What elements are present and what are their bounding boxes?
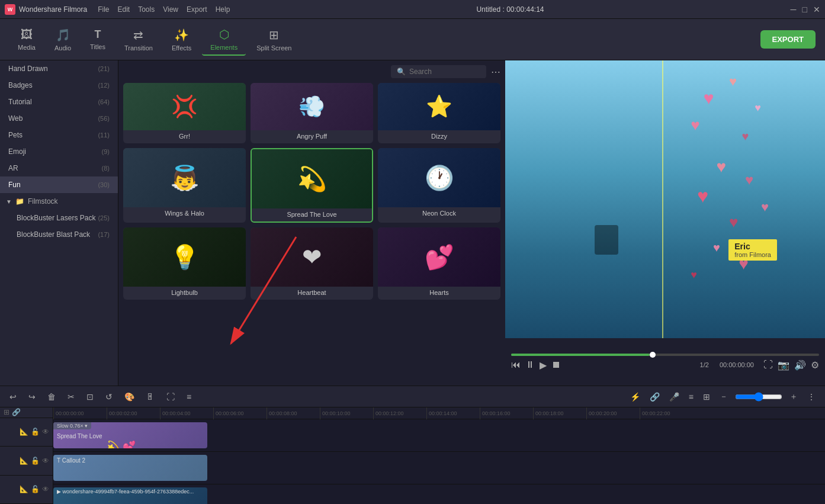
element-card-hearts[interactable]: 💕 Hearts <box>378 227 500 300</box>
sidebar-section-filmstock[interactable]: ▼ 📁 Filmstock <box>0 193 118 210</box>
sidebar-count-blast: (17) <box>98 231 110 238</box>
sidebar-item-fun[interactable]: Fun (30) <box>0 176 118 193</box>
sidebar-item-emoji[interactable]: Emoji (9) <box>0 143 118 160</box>
timeline-mic[interactable]: 🎤 <box>667 391 682 403</box>
close-button[interactable]: ✕ <box>813 5 820 14</box>
element-card-grr[interactable]: 💢 Grr! <box>123 83 246 143</box>
timeline-caption[interactable]: ⊞ <box>701 391 712 403</box>
maximize-button[interactable]: □ <box>802 5 807 14</box>
track-video-eye-icon[interactable]: 👁 <box>42 485 49 493</box>
sidebar-item-web[interactable]: Web (56) <box>0 110 118 127</box>
window-title: Untitled : 00:00:44:14 <box>476 5 544 14</box>
sidebar-item-pets[interactable]: Pets (11) <box>0 127 118 143</box>
search-input[interactable] <box>409 68 480 76</box>
track-body-video[interactable]: ▶ wondershare-49994fb7-feea-459b-954f-27… <box>53 484 825 504</box>
timeline-zoom-slider[interactable] <box>735 392 782 402</box>
element-card-spread-love[interactable]: 💫 Spread The Love <box>251 148 373 223</box>
track-title-lock-icon[interactable]: 🔓 <box>31 457 40 465</box>
element-card-lightbulb[interactable]: 💡 Lightbulb <box>123 227 246 300</box>
preview-skip-back[interactable]: ⏮ <box>511 359 521 370</box>
progress-thumb[interactable] <box>650 352 656 358</box>
toolbar-audio[interactable]: 🎵 Audio <box>46 24 79 55</box>
element-label-hearts: Hearts <box>378 287 500 300</box>
sidebar-item-tutorial[interactable]: Tutorial (64) <box>0 94 118 110</box>
volume-button[interactable]: 🔊 <box>794 359 806 371</box>
track-body-element[interactable]: Slow 0.76× ▾ Spread The Love 💫 💕 <box>53 419 825 451</box>
menu-export[interactable]: Export <box>187 5 207 14</box>
timeline-cut[interactable]: ✂ <box>65 391 77 403</box>
timeline-subtitle[interactable]: ≡ <box>686 391 696 403</box>
track-controls-video: 📐 🔓 👁 <box>0 476 53 504</box>
link-track-icon[interactable]: 🔗 <box>12 408 21 416</box>
sidebar-item-hand-drawn[interactable]: Hand Drawn (21) <box>0 60 118 77</box>
search-box[interactable]: 🔍 <box>391 65 486 78</box>
track-video-resolution-icon[interactable]: 📐 <box>20 485 28 493</box>
timeline-rotate[interactable]: ↺ <box>103 391 115 403</box>
timeline-audio-adjust[interactable]: 🎚 <box>144 391 157 403</box>
fullscreen-button[interactable]: ⛶ <box>763 359 773 371</box>
timeline-more[interactable]: ⋮ <box>805 391 818 403</box>
track-element-lock-icon[interactable]: 🔓 <box>31 428 40 436</box>
export-button[interactable]: EXPORT <box>760 30 816 49</box>
timeline-delete[interactable]: 🗑 <box>45 391 58 403</box>
timeline-link[interactable]: 🔗 <box>647 391 662 403</box>
track-row-element: Slow 0.76× ▾ Spread The Love 💫 💕 <box>53 419 825 452</box>
preview-skip-forward[interactable]: ▶ <box>540 359 547 371</box>
toolbar-elements[interactable]: ⬡ Elements <box>202 24 246 56</box>
clip-spread-love[interactable]: Slow 0.76× ▾ Spread The Love 💫 💕 <box>53 422 207 448</box>
track-title-eye-icon[interactable]: 👁 <box>42 457 49 465</box>
track-element-resolution-icon[interactable]: 📐 <box>20 428 28 436</box>
timeline-fullscreen[interactable]: ⛶ <box>164 391 177 403</box>
timeline-redo[interactable]: ↪ <box>26 391 38 403</box>
toolbar-titles[interactable]: T Titles <box>82 25 114 54</box>
menu-view[interactable]: View <box>163 5 178 14</box>
toolbar-effects[interactable]: ✨ Effects <box>163 24 200 55</box>
effects-label: Effects <box>172 44 191 52</box>
element-label-wings-halo: Wings & Halo <box>123 207 246 220</box>
clip-video[interactable]: ▶ wondershare-49994fb7-feea-459b-954f-27… <box>53 487 207 504</box>
track-video-lock-icon[interactable]: 🔓 <box>31 485 40 493</box>
menu-edit[interactable]: Edit <box>118 5 130 14</box>
sidebar-item-badges[interactable]: Badges (12) <box>0 77 118 94</box>
menu-help[interactable]: Help <box>216 5 230 14</box>
minimize-button[interactable]: ─ <box>791 5 797 14</box>
timeline-filter[interactable]: ≡ <box>184 391 194 403</box>
track-body-title[interactable]: T Callout 2 <box>53 452 825 484</box>
ruler-20: 00:00:20:00 <box>586 407 640 419</box>
screenshot-button[interactable]: 📷 <box>778 359 789 371</box>
sidebar-item-lasers[interactable]: BlockBuster Lasers Pack (25) <box>0 210 118 226</box>
clip-callout[interactable]: T Callout 2 <box>53 455 207 481</box>
sidebar-item-ar[interactable]: AR (8) <box>0 160 118 176</box>
menu-tools[interactable]: Tools <box>138 5 155 14</box>
sidebar-label-pets: Pets <box>8 131 23 139</box>
element-card-dizzy[interactable]: ⭐ Dizzy <box>378 83 500 143</box>
sidebar-label-hand-drawn: Hand Drawn <box>8 65 48 73</box>
settings-button[interactable]: ⚙ <box>811 359 819 371</box>
sidebar-count-tutorial: (64) <box>98 98 110 105</box>
search-icon: 🔍 <box>397 68 406 76</box>
timeline-snap[interactable]: ⚡ <box>628 391 643 403</box>
grid-options-icon[interactable]: ⋯ <box>491 66 500 78</box>
main-area: Hand Drawn (21) Badges (12) Tutorial (64… <box>0 60 825 386</box>
element-card-angry-puff[interactable]: 💨 Angry Puff <box>251 83 373 143</box>
timeline-undo[interactable]: ↩ <box>7 391 19 403</box>
titles-label: Titles <box>90 43 105 50</box>
sidebar-item-blast[interactable]: BlockBuster Blast Pack (17) <box>0 226 118 243</box>
track-element-eye-icon[interactable]: 👁 <box>42 428 49 436</box>
toolbar-splitscreen[interactable]: ⊞ Split Screen <box>248 24 300 55</box>
timeline-crop[interactable]: ⊡ <box>84 391 96 403</box>
menu-file[interactable]: File <box>98 5 109 14</box>
preview-play[interactable]: ⏸ <box>525 359 535 370</box>
timeline-zoom-in[interactable]: ＋ <box>787 390 800 403</box>
element-card-wings-halo[interactable]: 👼 Wings & Halo <box>123 148 246 223</box>
preview-stop[interactable]: ⏹ <box>551 359 561 370</box>
element-card-neon-clock[interactable]: 🕐 Neon Clock <box>378 148 500 223</box>
toolbar-media[interactable]: 🖼 Media <box>9 24 44 54</box>
element-card-heartbeat[interactable]: ❤ Heartbeat <box>251 227 373 300</box>
toolbar-transition[interactable]: ⇄ Transition <box>116 24 161 55</box>
timeline-color[interactable]: 🎨 <box>122 391 137 403</box>
progress-bar[interactable] <box>511 354 819 356</box>
timeline-zoom-out[interactable]: － <box>717 390 730 403</box>
add-track-icon[interactable]: ⊞ <box>4 408 9 416</box>
track-title-resolution-icon[interactable]: 📐 <box>20 457 28 465</box>
